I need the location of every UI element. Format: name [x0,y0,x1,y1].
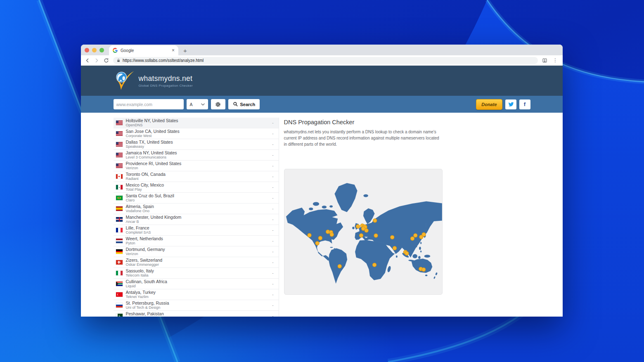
server-provider: Corporate West [126,134,272,138]
server-provider: Level 3 Communications [126,155,272,160]
server-row[interactable]: Peshawar, Pakistan PTCL - [114,311,279,317]
server-result: - [272,153,273,157]
twitter-button[interactable] [505,99,516,109]
map-marker [330,233,334,237]
tab-title: Google [121,48,169,53]
server-result: - [272,163,273,168]
country-flag [116,217,123,222]
map-marker [307,233,311,237]
lock-icon [116,58,121,63]
server-result: - [272,314,273,317]
server-provider: Teknet Yazlim [126,295,272,299]
server-row[interactable]: Cullinan, South Africa Liquid - [114,279,279,289]
server-row[interactable]: Lille, France Completel SAS - [114,225,279,236]
donate-button[interactable]: Donate [476,99,502,110]
page-title: DNS Propagation Checker [284,119,443,125]
map-marker [315,241,319,245]
country-flag [116,196,123,200]
server-location: Sassuolo, Italy [126,268,272,273]
server-location: Holtsville NY, United States [126,118,272,123]
zoom-window-button[interactable] [99,48,104,52]
search-button[interactable]: Search [228,99,260,109]
server-row[interactable]: Dortmund, Germany Verizon - [114,246,279,257]
server-result: - [272,260,273,265]
browser-menu-icon[interactable]: ⋮ [552,57,559,63]
map-marker [374,234,377,237]
server-row[interactable]: Santa Cruz do Sul, Brazil Claro - [114,193,279,203]
server-row[interactable]: Toronto ON, Canada Radiant - [114,171,279,182]
server-location: Peshawar, Pakistan [126,311,272,316]
server-row[interactable]: Weert, Netherlands Pyton - [114,236,279,246]
country-flag [116,249,123,254]
chevron-down-icon [201,103,205,106]
server-result: - [272,271,273,275]
close-window-button[interactable] [85,48,89,52]
browser-tab[interactable]: Google × [109,45,178,55]
server-row[interactable]: San Jose CA, United States Corporate Wes… [114,128,279,139]
whatsmydns-logo [114,70,135,92]
server-result: - [272,217,273,222]
server-provider: Vodafone Ono [126,209,272,213]
server-location: Cullinan, South Africa [126,279,272,284]
server-provider: Ancar B [126,220,272,224]
country-flag [116,271,123,275]
forward-icon[interactable] [94,58,99,63]
map-marker [405,251,408,255]
server-result: - [272,121,273,125]
server-result: - [272,282,273,286]
server-list: Holtsville NY, United States OpenDNS - S… [114,118,279,317]
country-flag [116,292,123,297]
server-location: San Jose CA, United States [126,129,272,134]
desktop: Google × + [0,0,644,362]
country-flag [116,142,123,147]
server-location: Dallas TX, United States [126,140,272,144]
record-type-select[interactable]: A [187,99,208,109]
server-location: Almeria, Spain [126,204,272,209]
country-flag [116,228,123,232]
reload-icon[interactable] [104,58,109,63]
server-row[interactable]: Dallas TX, United States Speakeasy - [114,139,279,150]
server-result: - [272,142,273,147]
new-tab-button[interactable]: + [180,45,190,55]
back-icon[interactable] [85,58,90,63]
server-provider: OpenDNS [126,123,272,128]
server-row[interactable]: Holtsville NY, United States OpenDNS - [114,118,279,128]
country-flag [116,174,123,179]
map-marker [365,229,368,232]
url-text: https://www.ssllabs.com/ssltest/analyze.… [123,58,204,63]
server-provider: Radiant [126,177,272,181]
server-row[interactable]: Providence RI, United States Verizon - [114,161,279,171]
web-page: whatsmydns.net Global DNS Propagation Ch… [81,66,563,317]
options-button[interactable] [211,99,225,109]
close-tab-icon[interactable]: × [172,48,175,53]
server-row[interactable]: Zizers, Switzerland Oskar Emmenegger - [114,257,279,268]
server-row[interactable]: Almeria, Spain Vodafone Ono - [114,203,279,214]
server-result: - [272,206,273,211]
server-row[interactable]: St. Petersburg, Russia Uni of Tech & Des… [114,300,279,311]
server-row[interactable]: Sassuolo, Italy Telecom Italia - [114,268,279,279]
server-row[interactable]: Antalya, Turkey Teknet Yazlim - [114,289,279,300]
minimize-window-button[interactable] [92,48,97,52]
extension-icon[interactable] [542,58,547,63]
map-marker [356,225,360,228]
server-row[interactable]: Jamaica NY, United States Level 3 Commun… [114,150,279,161]
site-brand[interactable]: whatsmydns.net [139,74,193,83]
server-provider: PTCL [126,316,272,317]
server-result: - [272,185,273,189]
server-provider: Total Play [126,187,272,192]
server-result: - [272,131,273,136]
server-row[interactable]: Mexico City, Mexico Total Play - [114,182,279,193]
server-provider: Claro [126,198,272,203]
domain-input[interactable] [114,99,184,109]
country-flag [116,121,123,125]
server-location: St. Petersburg, Russia [126,300,272,305]
facebook-button[interactable]: f [519,99,530,109]
address-bar[interactable]: https://www.ssllabs.com/ssltest/analyze.… [113,57,538,64]
site-header: whatsmydns.net Global DNS Propagation Ch… [81,66,563,96]
google-favicon [113,48,118,53]
server-row[interactable]: Manchester, United Kingdom Ancar B - [114,214,279,225]
facebook-icon: f [524,101,526,107]
world-map [284,169,443,295]
window-controls [85,45,104,55]
server-location: Zizers, Switzerland [126,258,272,263]
